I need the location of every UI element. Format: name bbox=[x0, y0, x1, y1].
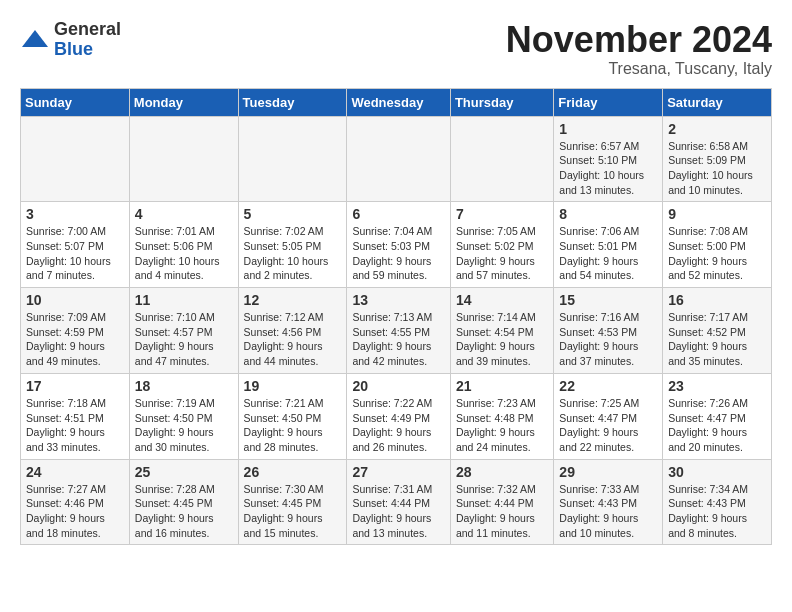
day-info: Sunrise: 7:02 AM Sunset: 5:05 PM Dayligh… bbox=[244, 224, 342, 283]
day-info: Sunrise: 7:33 AM Sunset: 4:43 PM Dayligh… bbox=[559, 482, 657, 541]
day-number: 2 bbox=[668, 121, 766, 137]
day-info: Sunrise: 7:28 AM Sunset: 4:45 PM Dayligh… bbox=[135, 482, 233, 541]
day-number: 12 bbox=[244, 292, 342, 308]
calendar-cell: 12Sunrise: 7:12 AM Sunset: 4:56 PM Dayli… bbox=[238, 288, 347, 374]
weekday-header-cell: Thursday bbox=[450, 88, 553, 116]
weekday-header-cell: Saturday bbox=[663, 88, 772, 116]
day-info: Sunrise: 7:08 AM Sunset: 5:00 PM Dayligh… bbox=[668, 224, 766, 283]
calendar-cell: 21Sunrise: 7:23 AM Sunset: 4:48 PM Dayli… bbox=[450, 373, 553, 459]
calendar-cell: 16Sunrise: 7:17 AM Sunset: 4:52 PM Dayli… bbox=[663, 288, 772, 374]
day-number: 4 bbox=[135, 206, 233, 222]
calendar-week-row: 10Sunrise: 7:09 AM Sunset: 4:59 PM Dayli… bbox=[21, 288, 772, 374]
day-number: 11 bbox=[135, 292, 233, 308]
day-info: Sunrise: 7:22 AM Sunset: 4:49 PM Dayligh… bbox=[352, 396, 444, 455]
calendar-cell: 30Sunrise: 7:34 AM Sunset: 4:43 PM Dayli… bbox=[663, 459, 772, 545]
day-info: Sunrise: 7:12 AM Sunset: 4:56 PM Dayligh… bbox=[244, 310, 342, 369]
calendar-table: SundayMondayTuesdayWednesdayThursdayFrid… bbox=[20, 88, 772, 546]
calendar-cell: 9Sunrise: 7:08 AM Sunset: 5:00 PM Daylig… bbox=[663, 202, 772, 288]
calendar-week-row: 17Sunrise: 7:18 AM Sunset: 4:51 PM Dayli… bbox=[21, 373, 772, 459]
day-info: Sunrise: 7:17 AM Sunset: 4:52 PM Dayligh… bbox=[668, 310, 766, 369]
day-info: Sunrise: 7:30 AM Sunset: 4:45 PM Dayligh… bbox=[244, 482, 342, 541]
day-number: 13 bbox=[352, 292, 444, 308]
day-number: 26 bbox=[244, 464, 342, 480]
calendar-cell: 23Sunrise: 7:26 AM Sunset: 4:47 PM Dayli… bbox=[663, 373, 772, 459]
logo: General Blue bbox=[20, 20, 121, 60]
calendar-cell: 14Sunrise: 7:14 AM Sunset: 4:54 PM Dayli… bbox=[450, 288, 553, 374]
svg-marker-0 bbox=[22, 30, 48, 47]
calendar-cell: 26Sunrise: 7:30 AM Sunset: 4:45 PM Dayli… bbox=[238, 459, 347, 545]
day-info: Sunrise: 7:04 AM Sunset: 5:03 PM Dayligh… bbox=[352, 224, 444, 283]
day-number: 10 bbox=[26, 292, 124, 308]
calendar-cell bbox=[238, 116, 347, 202]
day-number: 19 bbox=[244, 378, 342, 394]
day-number: 20 bbox=[352, 378, 444, 394]
calendar-week-row: 1Sunrise: 6:57 AM Sunset: 5:10 PM Daylig… bbox=[21, 116, 772, 202]
calendar-cell: 4Sunrise: 7:01 AM Sunset: 5:06 PM Daylig… bbox=[129, 202, 238, 288]
calendar-cell: 24Sunrise: 7:27 AM Sunset: 4:46 PM Dayli… bbox=[21, 459, 130, 545]
day-number: 1 bbox=[559, 121, 657, 137]
calendar-cell bbox=[129, 116, 238, 202]
calendar-cell: 20Sunrise: 7:22 AM Sunset: 4:49 PM Dayli… bbox=[347, 373, 450, 459]
calendar-cell: 11Sunrise: 7:10 AM Sunset: 4:57 PM Dayli… bbox=[129, 288, 238, 374]
day-number: 30 bbox=[668, 464, 766, 480]
day-info: Sunrise: 7:14 AM Sunset: 4:54 PM Dayligh… bbox=[456, 310, 548, 369]
day-info: Sunrise: 7:01 AM Sunset: 5:06 PM Dayligh… bbox=[135, 224, 233, 283]
day-info: Sunrise: 7:31 AM Sunset: 4:44 PM Dayligh… bbox=[352, 482, 444, 541]
calendar-body: 1Sunrise: 6:57 AM Sunset: 5:10 PM Daylig… bbox=[21, 116, 772, 545]
day-info: Sunrise: 6:58 AM Sunset: 5:09 PM Dayligh… bbox=[668, 139, 766, 198]
weekday-header-row: SundayMondayTuesdayWednesdayThursdayFrid… bbox=[21, 88, 772, 116]
logo-blue-text: Blue bbox=[54, 40, 121, 60]
day-number: 15 bbox=[559, 292, 657, 308]
day-info: Sunrise: 7:06 AM Sunset: 5:01 PM Dayligh… bbox=[559, 224, 657, 283]
calendar-cell: 17Sunrise: 7:18 AM Sunset: 4:51 PM Dayli… bbox=[21, 373, 130, 459]
calendar-week-row: 3Sunrise: 7:00 AM Sunset: 5:07 PM Daylig… bbox=[21, 202, 772, 288]
logo-general-text: General bbox=[54, 20, 121, 40]
calendar-cell: 3Sunrise: 7:00 AM Sunset: 5:07 PM Daylig… bbox=[21, 202, 130, 288]
day-info: Sunrise: 7:05 AM Sunset: 5:02 PM Dayligh… bbox=[456, 224, 548, 283]
calendar-cell: 5Sunrise: 7:02 AM Sunset: 5:05 PM Daylig… bbox=[238, 202, 347, 288]
calendar-cell: 28Sunrise: 7:32 AM Sunset: 4:44 PM Dayli… bbox=[450, 459, 553, 545]
day-number: 29 bbox=[559, 464, 657, 480]
calendar-cell: 1Sunrise: 6:57 AM Sunset: 5:10 PM Daylig… bbox=[554, 116, 663, 202]
day-info: Sunrise: 7:19 AM Sunset: 4:50 PM Dayligh… bbox=[135, 396, 233, 455]
day-number: 3 bbox=[26, 206, 124, 222]
calendar-cell: 18Sunrise: 7:19 AM Sunset: 4:50 PM Dayli… bbox=[129, 373, 238, 459]
calendar-cell: 2Sunrise: 6:58 AM Sunset: 5:09 PM Daylig… bbox=[663, 116, 772, 202]
day-info: Sunrise: 7:09 AM Sunset: 4:59 PM Dayligh… bbox=[26, 310, 124, 369]
month-title: November 2024 bbox=[506, 20, 772, 60]
day-info: Sunrise: 7:27 AM Sunset: 4:46 PM Dayligh… bbox=[26, 482, 124, 541]
day-info: Sunrise: 7:32 AM Sunset: 4:44 PM Dayligh… bbox=[456, 482, 548, 541]
calendar-cell: 13Sunrise: 7:13 AM Sunset: 4:55 PM Dayli… bbox=[347, 288, 450, 374]
calendar-cell: 7Sunrise: 7:05 AM Sunset: 5:02 PM Daylig… bbox=[450, 202, 553, 288]
day-number: 5 bbox=[244, 206, 342, 222]
day-info: Sunrise: 7:13 AM Sunset: 4:55 PM Dayligh… bbox=[352, 310, 444, 369]
day-number: 14 bbox=[456, 292, 548, 308]
day-number: 16 bbox=[668, 292, 766, 308]
weekday-header-cell: Monday bbox=[129, 88, 238, 116]
calendar-cell: 19Sunrise: 7:21 AM Sunset: 4:50 PM Dayli… bbox=[238, 373, 347, 459]
calendar-cell: 22Sunrise: 7:25 AM Sunset: 4:47 PM Dayli… bbox=[554, 373, 663, 459]
day-number: 17 bbox=[26, 378, 124, 394]
day-info: Sunrise: 7:26 AM Sunset: 4:47 PM Dayligh… bbox=[668, 396, 766, 455]
calendar-week-row: 24Sunrise: 7:27 AM Sunset: 4:46 PM Dayli… bbox=[21, 459, 772, 545]
day-info: Sunrise: 7:23 AM Sunset: 4:48 PM Dayligh… bbox=[456, 396, 548, 455]
day-number: 27 bbox=[352, 464, 444, 480]
calendar-cell: 29Sunrise: 7:33 AM Sunset: 4:43 PM Dayli… bbox=[554, 459, 663, 545]
weekday-header-cell: Friday bbox=[554, 88, 663, 116]
calendar-cell bbox=[450, 116, 553, 202]
day-info: Sunrise: 6:57 AM Sunset: 5:10 PM Dayligh… bbox=[559, 139, 657, 198]
day-info: Sunrise: 7:10 AM Sunset: 4:57 PM Dayligh… bbox=[135, 310, 233, 369]
day-number: 9 bbox=[668, 206, 766, 222]
day-info: Sunrise: 7:18 AM Sunset: 4:51 PM Dayligh… bbox=[26, 396, 124, 455]
weekday-header-cell: Sunday bbox=[21, 88, 130, 116]
weekday-header-cell: Wednesday bbox=[347, 88, 450, 116]
calendar-cell bbox=[347, 116, 450, 202]
day-number: 25 bbox=[135, 464, 233, 480]
logo-icon bbox=[20, 25, 50, 55]
location-title: Tresana, Tuscany, Italy bbox=[506, 60, 772, 78]
header: General Blue November 2024 Tresana, Tusc… bbox=[20, 20, 772, 78]
day-info: Sunrise: 7:00 AM Sunset: 5:07 PM Dayligh… bbox=[26, 224, 124, 283]
weekday-header-cell: Tuesday bbox=[238, 88, 347, 116]
calendar-cell bbox=[21, 116, 130, 202]
day-number: 18 bbox=[135, 378, 233, 394]
